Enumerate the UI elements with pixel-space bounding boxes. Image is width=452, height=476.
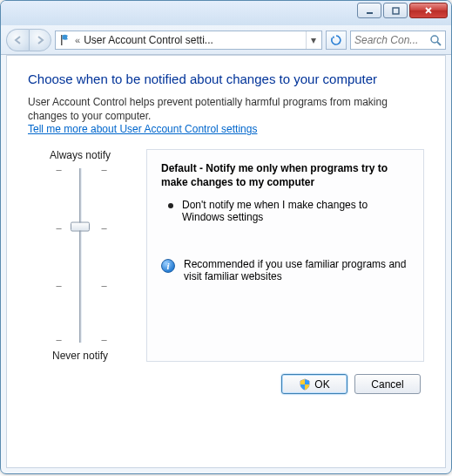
svg-line-4 — [437, 42, 441, 45]
page-intro: User Account Control helps prevent poten… — [28, 95, 424, 123]
svg-rect-0 — [367, 12, 373, 14]
titlebar — [1, 1, 451, 25]
level-bullet-text: Don't notify me when I make changes to W… — [182, 199, 409, 223]
recommendation-text: Recommended if you use familiar programs… — [184, 258, 409, 282]
maximize-button[interactable] — [383, 3, 408, 18]
address-bar[interactable]: « User Account Control setti... ▾ — [55, 31, 322, 50]
nav-back-button[interactable] — [6, 29, 29, 51]
svg-point-3 — [431, 36, 438, 43]
slider-thumb[interactable] — [71, 222, 90, 232]
close-button[interactable] — [409, 3, 448, 18]
search-input[interactable] — [354, 34, 424, 46]
control-panel-flag-icon — [59, 34, 71, 46]
minimize-button[interactable] — [357, 3, 381, 18]
svg-rect-1 — [393, 8, 399, 14]
page-heading: Choose when to be notified about changes… — [28, 71, 424, 86]
navigation-bar: « User Account Control setti... ▾ — [1, 25, 451, 55]
breadcrumb-text: User Account Control setti... — [84, 34, 302, 46]
bullet-icon — [168, 203, 173, 208]
svg-rect-2 — [61, 35, 63, 45]
content-pane: Choose when to be notified about changes… — [6, 55, 446, 468]
cancel-button-label: Cancel — [371, 378, 403, 391]
uac-settings-window: « User Account Control setti... ▾ Choose… — [0, 0, 452, 474]
level-title: Default - Notify me only when programs t… — [161, 162, 409, 189]
description-panel: Default - Notify me only when programs t… — [146, 149, 424, 362]
refresh-button[interactable] — [326, 31, 347, 50]
slider-bottom-label: Never notify — [52, 350, 108, 362]
cancel-button[interactable]: Cancel — [354, 374, 421, 394]
uac-shield-icon — [299, 378, 311, 391]
slider-top-label: Always notify — [50, 149, 111, 161]
ok-button[interactable]: OK — [281, 374, 347, 394]
ok-button-label: OK — [314, 378, 329, 391]
search-icon — [429, 34, 442, 46]
breadcrumb-overflow-icon: « — [75, 35, 80, 45]
help-link[interactable]: Tell me more about User Account Control … — [28, 123, 257, 135]
notification-slider[interactable]: –– –– –– –– — [54, 168, 106, 343]
nav-forward-button[interactable] — [29, 29, 51, 51]
address-dropdown-icon[interactable]: ▾ — [306, 31, 320, 49]
search-box[interactable] — [350, 31, 446, 50]
info-icon: i — [161, 259, 175, 273]
